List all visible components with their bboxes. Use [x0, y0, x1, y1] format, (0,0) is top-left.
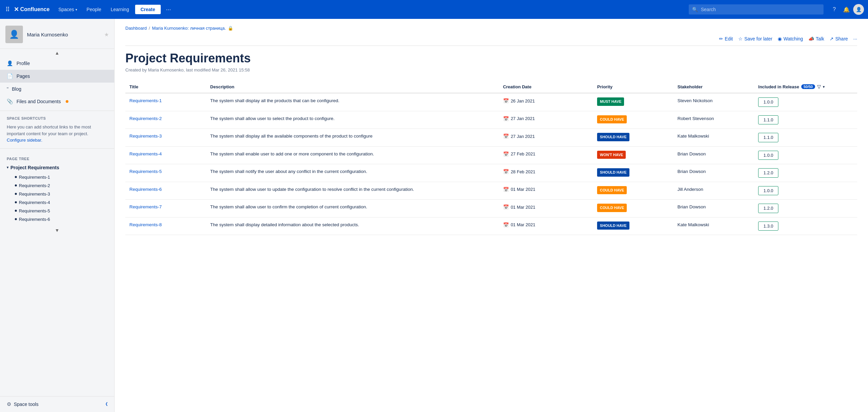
- sidebar: 👤 Maria Kurnosenko ★ ▲ 👤 Profile 📄 Pages…: [0, 19, 115, 412]
- cell-date: 📅 01 Mar 2021: [499, 217, 593, 235]
- th-description: Description: [206, 81, 499, 93]
- nav-more-button[interactable]: ···: [163, 5, 174, 14]
- nav-learning[interactable]: Learning: [107, 5, 132, 14]
- requirement-link[interactable]: Requirements-2: [129, 116, 162, 121]
- logo[interactable]: ✕ Confluence: [14, 6, 50, 13]
- priority-badge: COULD HAVE: [597, 115, 627, 124]
- page-tree-child[interactable]: Requirements-1: [12, 173, 114, 181]
- layout: 👤 Maria Kurnosenko ★ ▲ 👤 Profile 📄 Pages…: [0, 19, 868, 412]
- date-value: 27 Jan 2021: [511, 133, 535, 140]
- scroll-down-button[interactable]: ▼: [0, 226, 114, 234]
- requirement-link[interactable]: Requirements-8: [129, 222, 162, 227]
- scroll-up-button[interactable]: ▲: [0, 49, 114, 57]
- top-nav: ⠿ ✕ Confluence Spaces ▾ People Learning …: [0, 0, 868, 19]
- release-badge: 1.1.0: [758, 133, 778, 142]
- notifications-icon[interactable]: 🔔: [841, 4, 852, 15]
- bullet-icon: [15, 193, 17, 195]
- nav-spaces[interactable]: Spaces ▾: [55, 5, 81, 14]
- cell-description: The system shall allow user to confirm t…: [206, 200, 499, 217]
- priority-badge: SHOULD HAVE: [597, 222, 629, 230]
- page-tree-title: PAGE TREE: [0, 154, 114, 162]
- filter-dropdown-icon[interactable]: ▾: [823, 85, 825, 89]
- requirement-link[interactable]: Requirements-1: [129, 98, 162, 103]
- person-icon: 👤: [7, 60, 13, 66]
- nav-people[interactable]: People: [83, 5, 105, 14]
- filter-icon[interactable]: ▽: [817, 84, 821, 89]
- breadcrumb: Dashboard / Maria Kurnosenko: личная стр…: [125, 19, 857, 33]
- sidebar-item-blog[interactable]: " Blog: [0, 83, 114, 95]
- table-row: Requirements-4 The system shall enable u…: [125, 146, 857, 164]
- priority-badge: SHOULD HAVE: [597, 168, 629, 177]
- cell-stakeholder: Brian Dowson: [674, 164, 754, 182]
- table-header-row: Title Description Creation Date Priority…: [125, 81, 857, 93]
- main-content: Dashboard / Maria Kurnosenko: личная стр…: [115, 19, 868, 412]
- page-tree-child[interactable]: Requirements-6: [12, 215, 114, 224]
- star-icon[interactable]: ★: [104, 31, 109, 38]
- cell-stakeholder: Steven Nickolson: [674, 93, 754, 111]
- sidebar-divider-1: [0, 111, 114, 111]
- avatar[interactable]: 👤: [853, 4, 864, 15]
- watching-action[interactable]: ◉ Watching: [778, 36, 803, 41]
- cell-priority: MUST HAVE: [593, 93, 673, 111]
- create-button[interactable]: Create: [135, 5, 161, 14]
- sidebar-space-tools[interactable]: ⚙ Space tools 《: [0, 396, 114, 412]
- cell-title: Requirements-8: [125, 217, 206, 235]
- priority-badge: SHOULD HAVE: [597, 133, 629, 141]
- space-shortcuts-title: SPACE SHORTCUTS: [0, 114, 114, 122]
- page-tree-child[interactable]: Requirements-5: [12, 207, 114, 215]
- calendar-icon: 📅: [503, 97, 509, 105]
- calendar-icon: 📅: [503, 186, 509, 193]
- cell-date: 📅 01 Mar 2021: [499, 182, 593, 200]
- cell-title: Requirements-5: [125, 164, 206, 182]
- cell-date: 📅 01 Mar 2021: [499, 200, 593, 217]
- apps-icon[interactable]: ⠿: [4, 4, 11, 14]
- sidebar-expand-icon[interactable]: 《: [103, 402, 107, 407]
- talk-label: Talk: [816, 36, 824, 41]
- page-tree-child[interactable]: Requirements-2: [12, 181, 114, 190]
- requirement-link[interactable]: Requirements-6: [129, 187, 162, 192]
- page-tree-child[interactable]: Requirements-3: [12, 190, 114, 198]
- requirement-link[interactable]: Requirements-3: [129, 134, 162, 139]
- release-badge: 1.0.0: [758, 186, 778, 196]
- filter-badge: 50/50: [801, 84, 815, 89]
- page-title: Project Requirements: [125, 51, 857, 65]
- requirement-link[interactable]: Requirements-4: [129, 151, 162, 156]
- cell-stakeholder: Kate Malkowski: [674, 129, 754, 147]
- nav-spaces-label: Spaces: [58, 7, 74, 12]
- talk-action[interactable]: 📣 Talk: [808, 36, 824, 41]
- sidebar-item-files-label: Files and Documents: [17, 99, 61, 104]
- requirement-link[interactable]: Requirements-5: [129, 169, 162, 174]
- cell-title: Requirements-7: [125, 200, 206, 217]
- page-tree-section: PAGE TREE ▾ Project Requirements Require…: [0, 151, 114, 226]
- sidebar-item-pages[interactable]: 📄 Pages: [0, 70, 114, 83]
- date-value: 01 Mar 2021: [511, 222, 535, 228]
- sidebar-item-files[interactable]: 📎 Files and Documents: [0, 95, 114, 108]
- cell-description: The system shall allow user to select th…: [206, 111, 499, 129]
- page-tree-root[interactable]: ▾ Project Requirements: [0, 162, 114, 173]
- search-input[interactable]: [689, 4, 824, 14]
- cell-priority: COULD HAVE: [593, 200, 673, 217]
- table-row: Requirements-2 The system shall allow us…: [125, 111, 857, 129]
- save-later-label: Save for later: [744, 36, 772, 41]
- edit-action[interactable]: ✏ Edit: [719, 36, 733, 41]
- sidebar-item-profile[interactable]: 👤 Profile: [0, 57, 114, 70]
- requirement-link[interactable]: Requirements-7: [129, 204, 162, 209]
- release-badge: 1.3.0: [758, 222, 778, 231]
- share-icon: ↗: [830, 36, 834, 41]
- date-value: 28 Feb 2021: [511, 169, 535, 175]
- breadcrumb-dashboard[interactable]: Dashboard: [125, 26, 147, 31]
- th-priority: Priority: [593, 81, 673, 93]
- page-tree-child[interactable]: Requirements-4: [12, 198, 114, 207]
- share-action[interactable]: ↗ Share: [830, 36, 848, 41]
- breadcrumb-personal[interactable]: Maria Kurnosenko: личная страница.: [152, 26, 226, 31]
- configure-sidebar-link[interactable]: Configure sidebar.: [7, 138, 42, 143]
- save-later-action[interactable]: ☆ Save for later: [738, 36, 772, 41]
- cell-priority: SHOULD HAVE: [593, 217, 673, 235]
- action-bar: ✏ Edit ☆ Save for later ◉ Watching 📣 Tal…: [125, 33, 857, 46]
- cell-priority: SHOULD HAVE: [593, 164, 673, 182]
- lock-icon: 🔒: [228, 26, 233, 31]
- more-actions[interactable]: ···: [853, 36, 857, 41]
- cell-date: 📅 27 Jan 2021: [499, 129, 593, 147]
- bullet-icon: [15, 184, 17, 186]
- help-icon[interactable]: ?: [829, 4, 840, 15]
